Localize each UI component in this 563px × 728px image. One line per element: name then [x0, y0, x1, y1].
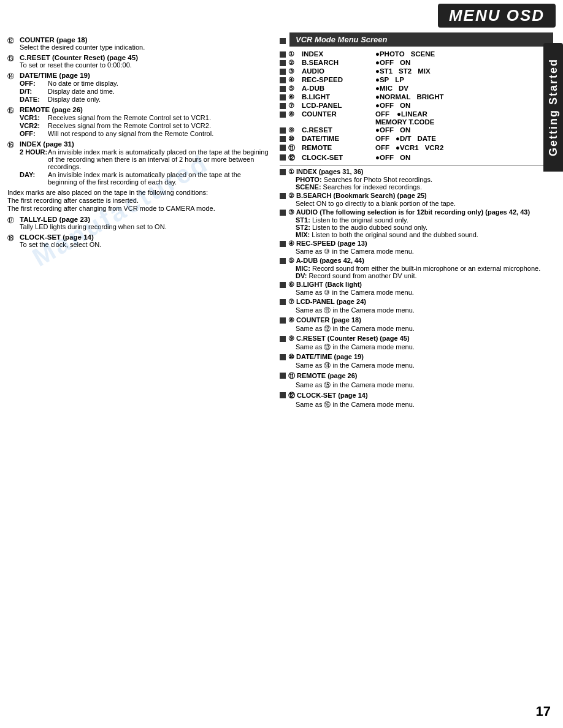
menu-screen-bullet-row: ⑥B.LIGHT●NORMALBRIGHT [280, 93, 553, 101]
menu-screen-bullet-row: ④REC-SPEED●SPLP [280, 76, 553, 84]
menu-bullet [280, 69, 286, 75]
annot-title: ⑧ COUNTER (page 18) [288, 316, 553, 324]
sub-label: OFF: [20, 130, 48, 137]
left-sub-item: OFF:No date or time display. [20, 80, 271, 87]
annot-title: ⑦ LCD-PANEL (page 24) [288, 298, 553, 306]
annot-title: ⑥ B.LIGHT (Back light) [288, 281, 553, 289]
left-item2-num: ⑰ [7, 216, 20, 225]
sub-text: Receives signal from the Remote Control … [48, 114, 211, 121]
annot-bullet [280, 258, 286, 264]
left-items2: ⑰TALLY-LED (page 23)Tally LED lights dur… [7, 216, 271, 248]
left-item-title: REMOTE (page 26) [20, 106, 271, 113]
menu-row: ⑧COUNTEROFF●LINEARMEMORY T.CODE [288, 110, 553, 126]
annot-line: Select ON to go directly to a blank port… [296, 200, 553, 207]
menu-row: ⑪REMOTEOFF●VCR1VCR2 [288, 143, 553, 153]
sub-text: An invisible index mark is automatically… [48, 171, 271, 186]
menu-row: ⑤A-DUB●MICDV [288, 85, 553, 93]
annot-bullet-row: ⑤ A-DUB (pages 42, 44)MIC: Record sound … [280, 257, 553, 279]
sub-label: VCR2: [20, 122, 48, 129]
menu-screen-bullet-row: ③AUDIO●ST1ST2MIX [280, 67, 553, 75]
menu-row: ⑦LCD-PANEL●OFFON [288, 102, 553, 110]
sub-text: Receives signal from the Remote Control … [48, 122, 211, 129]
right-column: VCR Mode Menu Screen ①INDEX●PHOTOSCENE②B… [277, 30, 553, 411]
annot-body: ⑪ REMOTE (page 26)Same as ⑮ in the Camer… [288, 371, 553, 390]
page-title: MENU OSD [438, 4, 556, 28]
left-item-num: ⑯ [7, 140, 20, 150]
main-content: ⑫COUNTER (page 18)Select the desired cou… [0, 30, 563, 411]
menu-bullet [280, 94, 286, 100]
annot-bullet [280, 373, 286, 379]
left-column: ⑫COUNTER (page 18)Select the desired cou… [7, 30, 277, 411]
separator [280, 165, 553, 165]
annot-bullet [280, 354, 286, 360]
left-item: ⑬C.RESET (Counter Reset) (page 45)To set… [7, 54, 271, 69]
menu-row: ①INDEX●PHOTOSCENE [288, 50, 553, 58]
annot-bullet [280, 210, 286, 216]
menu-bullet [280, 51, 286, 58]
sub-label: DATE: [20, 96, 48, 103]
left-sub-item: 2 HOUR:An invisible index mark is automa… [20, 148, 271, 170]
sub-label: VCR1: [20, 114, 48, 121]
left-item2-text: Tally LED lights during recording when s… [20, 223, 271, 230]
menu-screen-bullet-row: ⑨C.RESET●OFFON [280, 126, 553, 134]
annot-bullet [280, 241, 286, 247]
annot-bullet-row: ① INDEX (pages 31, 36)PHOTO: Searches fo… [280, 168, 553, 191]
vcr-header-bullet [280, 38, 286, 44]
side-tab: Getting Started [543, 43, 563, 172]
left-item: ⑯INDEX (page 31)2 HOUR:An invisible inde… [7, 140, 271, 186]
annot-bullet [280, 299, 286, 305]
menu-row: ⑩DATE/TIMEOFF●D/TDATE [288, 135, 553, 143]
annot-title: ⑨ C.RESET (Counter Reset) (page 45) [288, 335, 553, 343]
left-item-text: To set or reset the counter to 0:00:00. [20, 61, 271, 69]
left-sub-item: VCR2:Receives signal from the Remote Con… [20, 122, 271, 129]
annot-title: ⑤ A-DUB (pages 42, 44) [288, 257, 553, 265]
annot-line: ST1: Listen to the original sound only. [296, 216, 553, 224]
annot-line: Same as ⑩ in the Camera mode menu. [296, 289, 553, 297]
left-item-body: REMOTE (page 26)VCR1:Receives signal fro… [20, 106, 271, 137]
annot-body: ① INDEX (pages 31, 36)PHOTO: Searches fo… [288, 168, 553, 191]
index-footer: Index marks are also placed on the tape … [7, 189, 271, 212]
left-item-num: ⑫ [7, 36, 20, 45]
left-item: ⑮REMOTE (page 26)VCR1:Receives signal fr… [7, 106, 271, 137]
annot-bullet [280, 336, 286, 342]
left-item-body: COUNTER (page 18)Select the desired coun… [20, 36, 271, 51]
menu-screen-bullet-row: ②B.SEARCH●OFFON [280, 59, 553, 67]
left-item: ⑫COUNTER (page 18)Select the desired cou… [7, 36, 271, 51]
sub-text: Display date and time. [48, 88, 115, 95]
left-item-body: INDEX (page 31)2 HOUR:An invisible index… [20, 140, 271, 186]
annot-line: Same as ⑬ in the Camera mode menu. [296, 343, 553, 352]
annot-body: ⑦ LCD-PANEL (page 24)Same as ⑪ in the Ca… [288, 298, 553, 315]
annot-body: ④ REC-SPEED (page 13)Same as ⑩ in the Ca… [288, 240, 553, 256]
annot-line: DV: Record sound from another DV unit. [296, 272, 553, 279]
annot-bullet-row: ⑦ LCD-PANEL (page 24)Same as ⑪ in the Ca… [280, 298, 553, 315]
left-sub-item: D/T:Display date and time. [20, 88, 271, 95]
left-item2-title: CLOCK-SET (page 14) [20, 233, 271, 241]
annot-line: Same as ⑮ in the Camera mode menu. [296, 381, 553, 390]
menu-screen-bullet-row: ⑦LCD-PANEL●OFFON [280, 102, 553, 110]
index-footer-line: The first recording after cassette is in… [7, 197, 271, 204]
menu-bullet [280, 145, 286, 151]
annot-bullet-row: ⑫ CLOCK-SET (page 14)Same as ⑯ in the Ca… [280, 391, 553, 409]
left-item-title: COUNTER (page 18) [20, 36, 271, 44]
annot-bullet-row: ⑩ DATE/TIME (page 19)Same as ⑭ in the Ca… [280, 353, 553, 370]
menu-bullet [280, 127, 286, 134]
left-item-body: DATE/TIME (page 19)OFF:No date or time d… [20, 72, 271, 103]
left-item-num: ⑬ [7, 54, 20, 63]
sub-label: 2 HOUR: [20, 148, 48, 156]
menu-bullet [280, 103, 286, 109]
annot-line: Same as ⑭ in the Camera mode menu. [296, 361, 553, 370]
annot-bullet-row: ③ AUDIO (The following selection is for … [280, 208, 553, 238]
left-sub-item: DAY:An invisible index mark is automatic… [20, 171, 271, 186]
menu-bullet [280, 154, 286, 161]
menu-screen-bullet-row: ⑫CLOCK-SET●OFFON [280, 153, 553, 162]
annot-body: ⑥ B.LIGHT (Back light)Same as ⑩ in the C… [288, 281, 553, 297]
annot-body: ⑫ CLOCK-SET (page 14)Same as ⑯ in the Ca… [288, 391, 553, 409]
left-item2-text: To set the clock, select ON. [20, 241, 271, 248]
left-item-num: ⑭ [7, 72, 20, 81]
sub-text: An invisible index mark is automatically… [48, 148, 271, 170]
annot-bullet [280, 193, 286, 199]
annot-bullet-row: ④ REC-SPEED (page 13)Same as ⑩ in the Ca… [280, 240, 553, 256]
left-item-num: ⑮ [7, 106, 20, 115]
annot-bullet [280, 169, 286, 175]
annot-body: ⑤ A-DUB (pages 42, 44)MIC: Record sound … [288, 257, 553, 279]
